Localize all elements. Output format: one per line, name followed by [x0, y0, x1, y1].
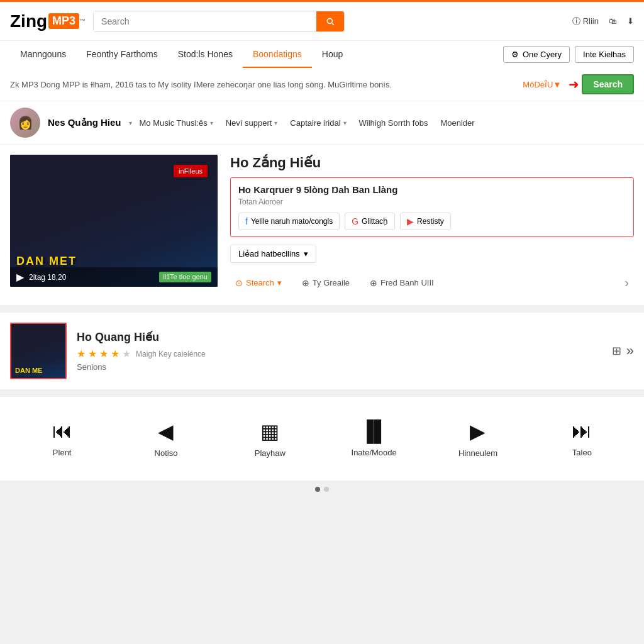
play-icon: ▶	[16, 271, 24, 283]
support-label: Neví suppert	[226, 118, 272, 128]
dot-1[interactable]	[315, 487, 320, 492]
controls-section: ⏮ Plent ◀ Notiso ▦ Playhaw ▐▌ Inate/Mood…	[0, 397, 644, 480]
youtube-icon: ▶	[407, 216, 414, 226]
support-chevron: ▾	[274, 119, 277, 126]
search-button[interactable]	[316, 11, 344, 31]
dropdown-row: Liẻad hatbecllins ▾	[230, 245, 634, 263]
user-label: Rliin	[583, 16, 599, 26]
search-icon	[325, 16, 335, 26]
logo[interactable]: ZingMP3™	[10, 11, 86, 31]
captaire-label: Captaire iridal	[290, 118, 340, 128]
artist-menu-captaire[interactable]: Captaire iridal ▾	[290, 118, 346, 128]
video-overlay: ▶ 2itag 18,20 Ⅱ1Te tloe genu	[10, 267, 218, 287]
inte-kielhas-label: Inte Kielhas	[583, 50, 626, 59]
google-link-button[interactable]: G Glittacẖ	[345, 213, 395, 230]
bottom-stars: ★ ★ ★ ★ ★ M‌aigh Key caielénce	[77, 348, 602, 360]
control-inamoode[interactable]: ▐▌ Inate/Moode	[322, 409, 426, 468]
artist-menu-wilhigh[interactable]: Wilhigh Sorrth fobs	[359, 118, 428, 128]
nav-item-houp[interactable]: Houp	[312, 42, 353, 68]
bottom-thumb-text: DAN ME	[15, 367, 42, 374]
wilhigh-label: Wilhigh Sorrth fobs	[359, 118, 428, 128]
stearch-button[interactable]: ⊙ Stearch ▾	[230, 275, 287, 291]
artist-menu-moenider[interactable]: Moenider	[440, 118, 474, 128]
control-plent[interactable]: ⏮ Plent	[10, 409, 114, 468]
fred-banh-button[interactable]: ⊕ Fred Banh UIII	[365, 275, 439, 291]
facebook-link-button[interactable]: f Yellle naruh mato/congls	[238, 213, 340, 230]
cart-icon: 🛍	[609, 16, 617, 26]
captaire-chevron: ▾	[343, 119, 347, 126]
artist-menu-support[interactable]: Neví suppert ▾	[226, 118, 278, 128]
control-playhaw[interactable]: ▦ Playhaw	[218, 409, 322, 468]
nav-item-feonthy[interactable]: Feonthy Farthoms	[76, 42, 168, 68]
artist-menu-music[interactable]: Mo Music Thusl:ês ▾	[140, 118, 213, 128]
stars-sub: M‌aigh Key caielénce	[136, 350, 206, 358]
download-icon: ⬇	[627, 16, 634, 26]
action-row: ⊙ Stearch ▾ ⊕ Ty Greaile ⊕ Fred Banh UII…	[230, 270, 634, 295]
star-5: ★	[122, 348, 131, 360]
next-button[interactable]: ›	[619, 270, 634, 295]
banner-text: Zk MP3 Dong MPP is Ɨlham, 2016 tas to My…	[10, 80, 523, 89]
control-hinneulem[interactable]: ▶ Hinneulem	[426, 409, 530, 468]
banner: Zk MP3 Dong MPP is Ɨlham, 2016 tas to My…	[0, 68, 644, 101]
plent-label: Plent	[53, 448, 72, 457]
song-links: f Yellle naruh mato/congls G Glittacẖ ▶ …	[238, 213, 626, 230]
nav-item-stodls[interactable]: Stod:ls Hones	[168, 42, 243, 68]
bottom-right: ⊞ »	[612, 343, 634, 359]
control-notiso[interactable]: ◀ Notiso	[114, 409, 218, 468]
bottom-sub: Senions	[77, 362, 602, 372]
song-featured-title: Ho Karqruer 9 5lòng Ŋah Ban Llàng	[238, 184, 626, 195]
logo-mp3: MP3	[48, 13, 79, 29]
liead-dropdown[interactable]: Liẻad hatbecllins ▾	[230, 245, 316, 263]
song-title: Ho Zắng Hiếu	[230, 155, 634, 171]
video-badge: Ⅱ1Te tloe genu	[159, 272, 211, 282]
nav-item-boondatigns[interactable]: Boondatigns	[243, 42, 312, 68]
search-bar	[93, 11, 345, 32]
one-cyery-label: One Cyery	[523, 50, 562, 59]
playlist-icon: ▦	[260, 419, 279, 443]
artist-name-chevron: ▾	[129, 119, 132, 126]
one-cyery-button[interactable]: ⚙ One Cyery	[503, 46, 570, 63]
bottom-thumbnail[interactable]: DAN ME	[10, 323, 67, 379]
inte-kielhas-button[interactable]: Inte Kielhas	[575, 46, 634, 63]
music-label: Mo Music Thusl:ês	[140, 118, 208, 128]
bottom-info: Ho Quang Hiếu ★ ★ ★ ★ ★ M‌aigh Key caiel…	[77, 330, 602, 372]
avatar-image: 👩	[10, 108, 40, 138]
search-input[interactable]	[94, 11, 316, 31]
banner-link[interactable]: MõDei̊U▼	[523, 80, 561, 89]
grid-icon[interactable]: ⊞	[612, 344, 621, 358]
star-4: ★	[111, 348, 119, 360]
liead-chevron: ▾	[304, 249, 308, 258]
prev-icon: ◀	[158, 419, 174, 443]
download-item[interactable]: ⬇	[627, 16, 634, 26]
youtube-link-button[interactable]: ▶ Restisty	[400, 213, 451, 230]
stearch-chevron: ▾	[277, 278, 282, 287]
fred-icon: ⊕	[370, 278, 377, 288]
youtube-label: Restisty	[417, 217, 444, 226]
banner-arrow: ➜	[569, 77, 579, 92]
pagination-dots	[0, 480, 644, 498]
video-brand: inFlleus	[174, 165, 208, 177]
banner-search-button[interactable]: Search	[582, 74, 634, 94]
artist-menu: Mo Music Thusl:ês ▾ Neví suppert ▾ Capta…	[140, 118, 475, 128]
control-taleo[interactable]: ⏭ Taleo	[530, 409, 634, 468]
artist-avatar[interactable]: 👩	[10, 108, 40, 138]
video-thumbnail[interactable]: DAN MET inFlleus ▶ 2itag 18,20 Ⅱ1Te tloe…	[10, 155, 218, 287]
dot-2[interactable]	[324, 487, 329, 492]
notiso-label: Notiso	[155, 448, 178, 458]
bottom-card: DAN ME Ho Quang Hiếu ★ ★ ★ ★ ★ M‌aigh Ke…	[0, 313, 644, 389]
chevron-right-icon[interactable]: »	[626, 343, 634, 359]
ty-greaile-button[interactable]: ⊕ Ty Greaile	[297, 275, 355, 291]
skip-forward-icon: ⏭	[572, 419, 592, 443]
stearch-icon: ⊙	[235, 278, 243, 288]
facebook-icon: f	[245, 216, 248, 226]
playhaw-label: Playhaw	[255, 448, 286, 458]
google-icon: G	[352, 216, 358, 226]
artist-name[interactable]: Nes Quảng Hieu	[48, 117, 121, 128]
cart-item[interactable]: 🛍	[609, 16, 617, 26]
video-time: 2itag 18,20	[29, 273, 66, 282]
nav-item-manngouns[interactable]: Manngouns	[10, 42, 76, 68]
bottom-thumb-image: DAN ME	[11, 324, 65, 378]
info-icon-item[interactable]: ⓘ Rliin	[572, 16, 599, 27]
song-featured-sub: Totan Aioroer	[238, 197, 626, 206]
google-label: Glittacẖ	[362, 217, 388, 226]
